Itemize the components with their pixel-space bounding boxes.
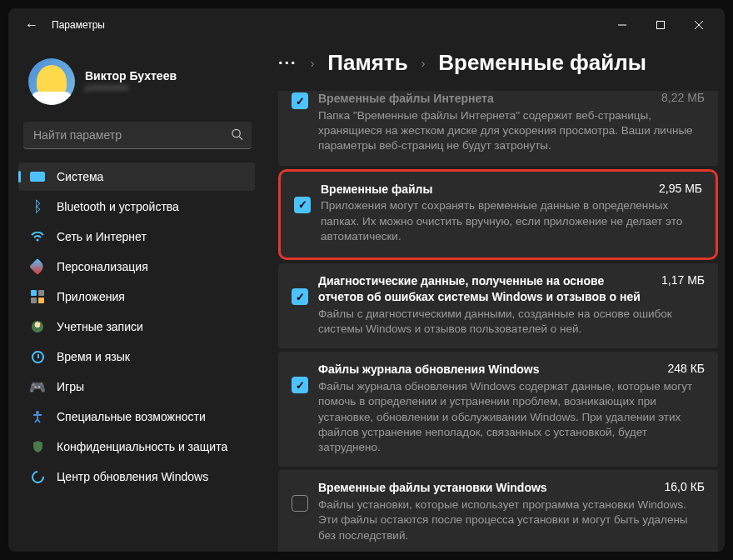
breadcrumb-more[interactable]: ··· [278,53,297,72]
item-size: 248 КБ [667,362,705,375]
nav-label: Игры [57,380,84,393]
update-icon [30,470,45,483]
breadcrumb-parent[interactable]: Память [327,50,407,76]
profile-info: Виктор Бухтеев c••••••••••• [85,69,177,94]
item-body: Временные файлы Интернета 8,22 МБ Папка … [318,91,705,154]
nav-time[interactable]: Время и язык [18,342,255,371]
system-icon [30,170,45,183]
breadcrumb-current: Временные файлы [438,50,646,76]
nav-label: Персонализация [57,260,148,273]
nav-privacy[interactable]: Конфиденциальность и защита [18,432,255,461]
nav-update[interactable]: Центр обновления Windows [18,462,255,491]
shield-icon [30,440,45,453]
item-desc: Папка "Временные файлы Интернета" содерж… [318,108,705,154]
profile-section[interactable]: Виктор Бухтеев c••••••••••• [18,52,267,122]
search-input[interactable] [23,122,252,149]
temp-item-updatelog[interactable]: Файлы журнала обновления Windows 248 КБ … [278,352,718,467]
account-icon [30,320,45,333]
nav-label: Сеть и Интернет [57,230,147,243]
nav-accounts[interactable]: Учетные записи [18,312,255,341]
main-panel: ··· › Память › Временные файлы Временные… [267,42,725,552]
nav-label: Центр обновления Windows [57,470,208,483]
nav-bluetooth[interactable]: ᛒBluetooth и устройства [18,192,255,221]
chevron-right-icon: › [311,57,315,70]
nav-personalization[interactable]: Персонализация [18,252,255,281]
item-desc: Файлы установки, которые использует прог… [318,498,705,543]
maximize-button[interactable] [641,12,680,38]
nav-list: Система ᛒBluetooth и устройства Сеть и И… [18,162,267,491]
item-size: 2,95 МБ [659,182,702,195]
content: Виктор Бухтеев c••••••••••• Система ᛒBlu… [8,42,725,552]
svg-point-4 [232,129,240,137]
item-size: 8,22 МБ [661,91,705,104]
svg-rect-1 [657,22,665,29]
minimize-button[interactable] [603,12,641,38]
item-size: 1,17 МБ [661,273,705,287]
close-button[interactable] [680,12,718,38]
brush-icon [30,260,45,273]
item-body: Временные файлы 2,95 МБ Приложения могут… [321,182,702,245]
item-title: Диагностические данные, полученные на ос… [318,273,651,305]
item-body: Диагностические данные, полученные на ос… [318,273,705,337]
item-title: Временные файлы установки Windows [318,480,547,496]
nav-apps[interactable]: Приложения [18,282,255,311]
checkbox[interactable] [292,288,308,305]
nav-label: Приложения [57,290,125,303]
titlebar-left: ← Параметры [15,18,105,32]
clock-icon [30,350,45,363]
temp-item-installfiles[interactable]: Временные файлы установки Windows 16,0 К… [278,470,718,552]
nav-label: Специальные возможности [57,410,206,423]
avatar [28,58,75,105]
temp-item-internet[interactable]: Временные файлы Интернета 8,22 МБ Папка … [278,91,718,166]
wifi-icon [30,230,45,243]
sidebar: Виктор Бухтеев c••••••••••• Система ᛒBlu… [8,42,267,552]
nav-label: Конфиденциальность и защита [57,440,227,453]
back-button[interactable]: ← [25,18,38,32]
accessibility-icon [30,410,45,423]
item-title: Временные файлы Интернета [318,91,494,107]
item-desc: Файлы журнала обновления Windows содержа… [318,379,705,455]
nav-label: Система [57,170,103,183]
gamepad-icon: 🎮 [30,380,45,393]
checkbox[interactable] [294,197,311,213]
nav-gaming[interactable]: 🎮Игры [18,372,255,401]
temp-item-tempfiles[interactable]: Временные файлы 2,95 МБ Приложения могут… [278,169,718,261]
items-list: Временные файлы Интернета 8,22 МБ Папка … [278,91,718,552]
window-controls [603,12,718,38]
apps-icon [30,290,45,303]
search-box [23,122,252,149]
svg-point-7 [36,411,39,414]
checkbox[interactable] [292,377,308,393]
nav-label: Bluetooth и устройства [57,200,179,213]
search-icon[interactable] [231,128,243,143]
breadcrumb: ··· › Память › Временные файлы [278,42,718,91]
nav-label: Время и язык [57,350,130,363]
nav-label: Учетные записи [57,320,143,333]
nav-network[interactable]: Сеть и Интернет [18,222,255,251]
temp-item-diagnostic[interactable]: Диагностические данные, полученные на ос… [278,263,718,348]
bluetooth-icon: ᛒ [30,200,45,213]
settings-window: ← Параметры Виктор Бухтеев c••••••••••• [8,8,725,552]
item-title: Временные файлы [321,182,432,198]
item-body: Временные файлы установки Windows 16,0 К… [318,480,705,543]
nav-system[interactable]: Система [18,162,255,191]
item-size: 16,0 КБ [665,480,705,493]
profile-name: Виктор Бухтеев [85,69,177,82]
svg-point-6 [37,239,39,242]
checkbox[interactable] [292,495,308,512]
item-desc: Приложения могут сохранять временные дан… [321,198,702,244]
nav-accessibility[interactable]: Специальные возможности [18,402,255,431]
checkbox[interactable] [292,92,308,109]
item-body: Файлы журнала обновления Windows 248 КБ … [318,362,705,455]
chevron-right-icon: › [421,57,426,70]
item-desc: Файлы с диагностическими данными, создан… [318,307,705,337]
window-title: Параметры [52,19,105,31]
svg-line-5 [239,136,242,139]
item-title: Файлы журнала обновления Windows [318,362,540,378]
titlebar: ← Параметры [8,8,725,42]
profile-email: c••••••••••• [85,82,177,94]
